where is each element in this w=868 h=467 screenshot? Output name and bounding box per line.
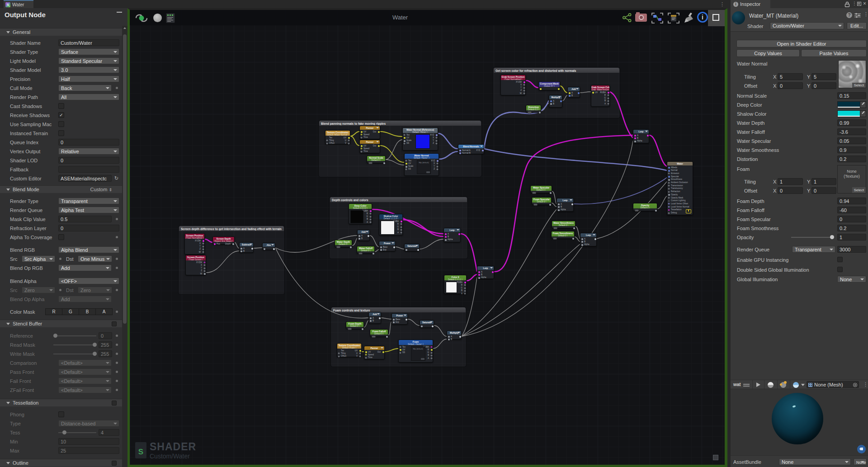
preview-drag-handle[interactable] (743, 384, 750, 385)
lp-instanced-terrain-checkbox[interactable] (58, 130, 64, 136)
insp-water-smoothness-field[interactable]: 0.9 (837, 146, 866, 153)
node-power-e[interactable]: PowerBaseExp (392, 313, 408, 325)
lp-zfail-front-dropdown[interactable]: <Default> (58, 387, 112, 393)
insp-double-sided-global-illumination-checkbox[interactable] (837, 267, 843, 272)
lp-stencil-buffer-checkbox[interactable] (112, 321, 117, 326)
mesh-picker-icon[interactable] (853, 383, 857, 387)
lp-comparison-dropdown[interactable]: <Default> (58, 359, 112, 366)
lp-fail-front-dropdown[interactable]: <Default> (58, 377, 112, 384)
node-lerp-c[interactable]: LerpABAlpha (443, 228, 461, 242)
node-grab-screen-color[interactable]: Grab Screen ColorGrab_WaterTexture )UVRG… (591, 85, 610, 107)
insp-foam-smoothness-field[interactable]: 0.2 (837, 225, 866, 231)
node-screen-depth[interactable]: Screen Depth(Space) Eye Space )PosDepth (212, 236, 235, 245)
insp-distortion-field[interactable]: 0.2 (837, 156, 866, 162)
node-output-node[interactable]: WaterAlbedoNormalEmissionSpecularSmoothn… (667, 161, 693, 215)
lp-cast-shadows-checkbox[interactable] (58, 103, 64, 109)
lp-vertex-output-dropdown[interactable]: Relative (58, 148, 119, 155)
node-color-0[interactable]: Color 0Default 1,1,1,1 )RGBARGBA (444, 275, 467, 294)
edit-shader-button[interactable]: Edit... (847, 22, 867, 29)
node-multiply-a[interactable]: MultiplyAB (549, 95, 562, 108)
node-blend-normals[interactable]: Blend NormalsNormal ANormal BXYZ (458, 144, 484, 154)
node-texture-coordinates-f[interactable]: Texture CoordinatesDefault (Foam )TexTil… (337, 343, 362, 357)
lp-phong-checkbox[interactable] (58, 411, 64, 417)
lp-read-mask-slider-knob[interactable] (93, 343, 97, 347)
lp-tessellation-header[interactable]: Tessellation (0, 399, 122, 406)
paste-values-button[interactable]: Paste Values (801, 49, 867, 57)
focus-outputs-icon[interactable] (651, 13, 663, 24)
lp-outline-checkbox[interactable] (112, 461, 117, 466)
maximize-button[interactable] (708, 10, 725, 26)
left-scrollbar-thumb[interactable] (123, 34, 127, 324)
lp-use-sampling-mac-checkbox[interactable] (58, 121, 64, 127)
material-preview[interactable] (731, 390, 868, 455)
lp-reference-field[interactable]: 0 (99, 332, 112, 339)
float-window-icon[interactable] (857, 2, 861, 6)
lp-receive-shadows-checkbox[interactable]: ✓ (58, 112, 64, 118)
node-deep-color[interactable]: Deep ColorDefault 0,0,0,0 )RGBARGBA (349, 203, 372, 224)
lock-icon[interactable] (844, 1, 850, 7)
asset-labels-icon[interactable] (857, 445, 866, 453)
lp-blend-op-rgb-dropdown[interactable]: Add (58, 264, 112, 271)
insp-render-queue-dropdown[interactable]: Transparent (792, 246, 835, 253)
insp-opacity-field[interactable]: 1 (837, 234, 866, 241)
insp-foam-falloff-field[interactable]: -60 (837, 207, 866, 213)
presets-icon[interactable] (854, 13, 861, 18)
insp-foam-depth-field[interactable]: 0.94 (837, 198, 866, 204)
lp-light-model-dropdown[interactable]: Standard Specular (58, 57, 119, 64)
canvas-corner-icon[interactable] (713, 455, 718, 460)
lp-write-mask-field[interactable]: 255 (99, 350, 112, 357)
lp-src-dst-dropdown[interactable]: Zero (78, 287, 112, 293)
lp-render-path-dropdown[interactable]: All (58, 94, 119, 100)
insp-shalow-color-swatch[interactable] (837, 110, 866, 117)
insp-tiling-y-field[interactable]: 5 (811, 73, 836, 80)
node-subtract[interactable]: SubtractAB (239, 242, 254, 253)
node-water-normal-ref[interactable]: Water Normal (Reference)Default <None> )… (402, 127, 438, 151)
lp-stencil-buffer-header[interactable]: Stencil Buffer (0, 320, 122, 327)
compile-shader-icon[interactable] (686, 209, 691, 213)
insp-deep-color-swatch[interactable] (837, 101, 866, 108)
node-add-e[interactable]: AddAB (368, 312, 381, 324)
lp-tessellation-checkbox[interactable] (112, 401, 117, 406)
preview-play-icon[interactable] (756, 382, 760, 387)
lp-general-header[interactable]: General (0, 28, 122, 36)
lp-custom-editor-field[interactable]: ASEMaterialInspectc (58, 175, 112, 182)
node-add-a[interactable]: AddAB (567, 87, 580, 98)
lp-shader-type-dropdown[interactable]: Surface (58, 48, 119, 55)
tab-inspector[interactable]: i Inspector (731, 0, 770, 8)
insp-tiling-x-field[interactable]: 5 (778, 73, 803, 80)
lp-shader-lod-field[interactable]: 0 (58, 157, 119, 164)
lp-outline-header[interactable]: Outline (0, 459, 122, 467)
node-panner-2[interactable]: PannerUVSpeedTimeOut (359, 140, 380, 153)
lp-read-mask-slider[interactable] (53, 344, 96, 345)
shader-graph-canvas[interactable]: Water i Get scre (130, 10, 725, 465)
tab-menu-icon[interactable]: ⋮ (852, 1, 857, 6)
insp-offset-x-field[interactable]: 0 (778, 82, 803, 89)
insp-tiling-y-field[interactable]: 1 (811, 178, 836, 185)
node-water-specular[interactable]: Water SpecularDefault 0 ) (530, 185, 552, 193)
insp-enable-gpu-instancing-checkbox[interactable] (837, 257, 843, 262)
insp-foam-specular-field[interactable]: 0 (837, 216, 866, 222)
lp-reference-slider[interactable] (53, 335, 96, 336)
node-lerp-smoothness[interactable]: LerpABAlpha (580, 233, 597, 246)
pause-preview-icon[interactable] (153, 14, 162, 22)
lp-render-type-dropdown[interactable]: Transparent (58, 198, 119, 204)
node-distortion[interactable]: DistortionDefault 0.2 ) (526, 105, 541, 113)
node-foam-smoothness[interactable]: Foam SmoothnessDefault 0 ) (551, 231, 575, 239)
close-tab-icon[interactable]: × (863, 0, 866, 7)
lp-mask-clip-value-field[interactable]: 0.5 (58, 216, 112, 222)
node-foam[interactable]: FoamDefault <None> )TexUVSSRGBARGBAMip (… (398, 340, 433, 363)
lp-render-queue-dropdown[interactable]: Alpha Test (58, 207, 119, 213)
node-water-depth[interactable]: Water DepthDefault 0 ) (335, 240, 352, 247)
lp-write-mask-slider-knob[interactable] (93, 352, 97, 356)
insp-water-depth-field[interactable]: 0.99 (837, 119, 866, 126)
insp-shalow-color-eyedropper[interactable] (860, 111, 866, 117)
preview-shaded-icon[interactable] (768, 382, 774, 388)
material-menu-icon[interactable]: ⋮ (863, 11, 868, 17)
insp-render-queue-field[interactable]: 3000 (837, 246, 866, 253)
lp-shader-model-dropdown[interactable]: 3.0 (58, 66, 119, 73)
lp-colormask-a[interactable]: A (95, 308, 113, 315)
node-foam-falloff[interactable]: Foam FalloffDefault 0 ) (370, 329, 388, 337)
insp-opacity-knob[interactable] (830, 235, 834, 239)
insp-water-specular-field[interactable]: 0.05 (837, 137, 866, 144)
lp-blend-rgb-dropdown[interactable]: Alpha Blend (58, 246, 119, 253)
